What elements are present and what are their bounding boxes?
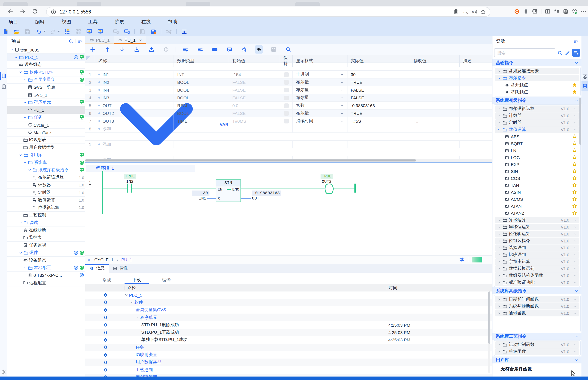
chevron-down-icon[interactable] [574,61,579,65]
select-all-corner[interactable] [86,56,91,61]
chevron-down-icon[interactable] [340,119,344,123]
back-icon[interactable] [7,8,14,14]
browser-tab-fragment[interactable] [186,2,210,6]
resource-ACOS[interactable]: ACOS [495,196,579,202]
scrollbar-thumb[interactable] [488,291,490,344]
editor-tab-PU_1[interactable]: PU_1× [114,36,146,44]
chevron-down-icon[interactable] [14,55,18,59]
chevron-down-icon[interactable] [19,251,22,254]
log-row-库创建管理[interactable]: 库创建管理 [85,374,492,377]
resource-选择语句[interactable]: 选择语句V1.0 [495,245,579,251]
resource-系统与诊断函数[interactable]: 系统与诊断函数V1.0 [495,303,579,309]
star-outline-icon[interactable] [572,169,577,174]
resource-比较语句[interactable]: 比较语句V1.0 [495,251,579,258]
subtab-编译[interactable]: 编译 [152,275,181,284]
chevron-down-icon[interactable] [340,73,344,76]
tree-item-设备组态[interactable]: 设备组态 [7,257,85,264]
chevron-down-icon[interactable] [573,343,577,346]
resource-计数器[interactable]: 计数器V1.0 [495,113,579,119]
resource-单轴函数[interactable]: 单轴函数V1.0 [495,348,579,355]
redo-icon[interactable] [50,28,56,35]
breadcrumb-task[interactable]: CYCLE_1 [94,257,113,262]
log-row-单独下载STD.PU_1成功[interactable]: 单独下载STD.PU_1成功4:25:03 PM [85,336,492,344]
resource-ATAN[interactable]: ATAN [495,203,579,209]
star-outline-icon[interactable] [572,210,577,215]
save-icon[interactable] [24,28,31,35]
modify-value-input[interactable] [410,94,460,101]
pc-offline-icon[interactable] [113,28,119,35]
section-系统库初级指令[interactable]: 系统库初级指令 [496,97,527,103]
chevron-down-icon[interactable] [573,350,577,353]
chevron-down-icon[interactable] [573,121,577,124]
delete-row-icon[interactable] [197,47,203,53]
chevron-right-icon[interactable] [497,121,501,124]
star-filled-icon[interactable] [572,90,577,95]
chevron-down-icon[interactable] [573,281,577,284]
resource-日期和时间函数[interactable]: 日期和时间函数V1.0 [495,296,579,303]
pc-online-icon[interactable] [124,28,130,35]
reload-icon[interactable] [32,8,38,14]
add-variable-row[interactable]: 1添加 [85,141,492,148]
chevron-down-icon[interactable] [23,101,27,104]
menu-6[interactable]: 在线 [137,19,155,25]
undo-icon[interactable] [35,28,42,35]
download-to-plc-icon[interactable] [86,28,92,35]
edit-filter-icon[interactable] [565,50,570,55]
extension-gray-icon[interactable] [523,9,529,14]
chevron-right-icon[interactable] [497,274,501,277]
subtab-下载[interactable]: 下载 [122,275,152,284]
section-基础指令[interactable]: 基础指令 [496,60,513,66]
memory-card-icon[interactable] [150,28,156,35]
chevron-right-icon[interactable] [497,107,501,111]
chevron-down-icon[interactable] [124,293,128,297]
chevron-down-icon[interactable] [573,297,577,301]
resource-位组装指令[interactable]: 位组装指令V1.0 [495,238,579,244]
chevron-down-icon[interactable] [573,304,577,308]
chevron-right-icon[interactable] [497,350,501,353]
log-row-全局变量集GVS[interactable]: 全局变量集GVS [85,306,492,314]
chevron-down-icon[interactable] [573,225,577,229]
resource-定时器[interactable]: 定时器V1.0 [495,119,579,126]
tree-item-软件 <STD>[interactable]: 软件 <STD> [7,69,85,76]
chevron-down-icon[interactable] [23,78,27,82]
chevron-down-icon[interactable] [574,358,579,362]
tree-item-布尔逻辑运算[interactable]: 布尔逻辑运算1.0 [7,174,85,182]
tree-item-引用库[interactable]: 引用库 [7,152,85,159]
star-outline-icon[interactable] [572,162,577,167]
chevron-down-icon[interactable] [23,266,27,270]
browser-tab-fragment[interactable] [295,2,320,6]
chevron-down-icon[interactable] [573,311,577,315]
import-icon[interactable] [134,47,140,53]
coil-symbol[interactable] [325,183,329,194]
log-text[interactable]: IO映射变量 [136,352,157,358]
star-outline-icon[interactable] [572,134,577,139]
tree-item-位逻辑运算[interactable]: 位逻辑运算1.0 [7,204,85,211]
resource-布尔指令[interactable]: 布尔指令 [495,75,579,81]
settings-gear-icon[interactable] [1,369,7,375]
tree-item-远程配置[interactable]: 远程配置 [7,279,85,287]
move-down-icon[interactable] [119,47,125,53]
resource-常规及连接元素[interactable]: 常规及连接元素 [495,68,579,75]
chevron-right-icon[interactable] [497,260,501,264]
log-row-PLC_1[interactable]: PLC_1 [85,291,492,299]
resource-通讯函数[interactable]: 通讯函数V1.0 [495,310,579,316]
chevron-down-icon[interactable] [10,48,14,52]
modify-value-input[interactable] [410,86,460,94]
tree-item-Cycle_1[interactable]: Cycle_1 [7,121,85,129]
tree-item-test_0805[interactable]: test_0805 [7,46,85,54]
chevron-down-icon[interactable] [340,80,344,84]
var-row-OUT[interactable]: 5OUTREAL0.0实数-0.98803163 [85,102,492,110]
collections-icon[interactable] [563,9,568,14]
tree-item-PU_1[interactable]: PU_1 [7,106,85,114]
chevron-down-icon[interactable] [28,168,32,172]
tree-item-IO映射表[interactable]: IO映射表 [7,136,85,144]
chevron-down-icon[interactable] [573,260,577,264]
resource-算术运算[interactable]: 算术运算V1.0 [495,217,579,223]
favorites-list-icon[interactable] [554,9,559,14]
chevron-down-icon[interactable] [136,316,139,319]
resource-布尔逻辑运算[interactable]: 布尔逻辑运算V1.0 [495,105,579,112]
star-outline-icon[interactable] [572,183,577,188]
chevron-down-icon[interactable] [340,111,344,115]
resource-ATAN2[interactable]: ATAN2 [495,210,579,216]
extension-orange-icon[interactable] [514,9,520,14]
